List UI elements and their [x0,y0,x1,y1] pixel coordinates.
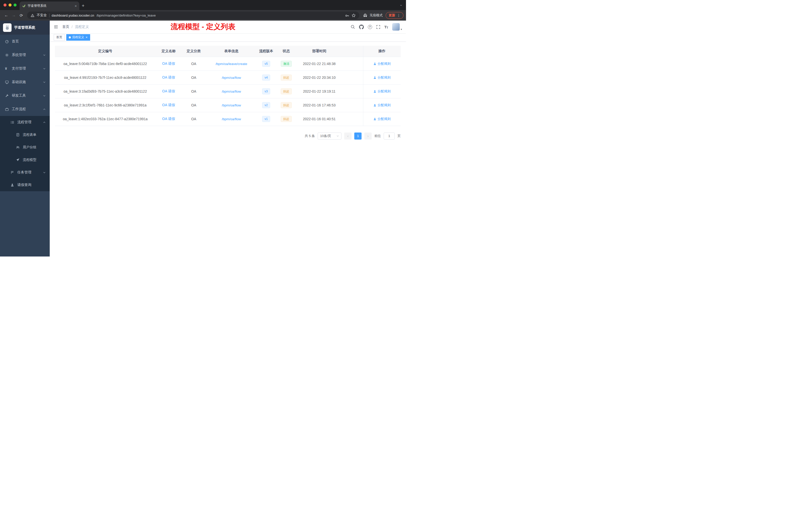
sidebar-item-process-management[interactable]: 流程管理 [0,116,50,128]
browser-tab-strip: 芋道管理系统 × + ⌄ [0,0,406,10]
font-size-icon[interactable]: TT [384,25,388,29]
tag-process-definition[interactable]: 流程定义 × [66,34,90,41]
breadcrumb-home[interactable]: 首页 [62,25,69,29]
bookmark-star-icon[interactable] [351,13,356,18]
definition-name-link[interactable]: OA 请假 [162,75,175,79]
col-header-time: 部署时间 [297,46,341,57]
definition-name-link[interactable]: OA 请假 [162,61,175,65]
cell-definition-id: oa_leave:1:482ec033-762a-11ec-8477-a2380… [55,112,155,126]
table-row: oa_leave:5:004b710b-7b8a-11ec-8ef0-acde4… [55,57,401,70]
new-tab-button[interactable]: + [79,1,87,10]
favicon-icon [22,4,26,7]
chevron-down-icon [43,94,46,97]
sidebar-item-infrastructure[interactable]: 基础设施 [0,75,50,89]
window-zoom-button[interactable] [13,3,17,6]
assign-rule-link[interactable]: 分配规则 [373,75,391,80]
version-badge: v3 [262,88,270,94]
user-avatar[interactable]: ▾ [392,23,402,31]
cell-definition-id: oa_leave:3:1fad3d93-7b75-11ec-a3c8-acde4… [55,84,155,98]
logo-avatar [3,23,11,32]
dashboard-icon [5,40,9,43]
version-badge: v5 [262,61,270,67]
forward-button[interactable]: → [10,11,18,19]
sidebar-logo[interactable]: 芋道管理系统 [0,21,50,35]
tag-home[interactable]: 首页 [54,34,65,41]
sidebar-item-label: 流程模型 [23,158,36,162]
col-header-spacer [341,46,363,57]
cell-category: OA [182,57,206,70]
assign-rule-link[interactable]: 分配规则 [373,89,391,94]
sidebar-item-user-group[interactable]: 用户分组 [0,141,50,154]
form-link[interactable]: /bpm/oa/flow [222,103,241,107]
cell-category: OA [182,98,206,112]
definition-name-link[interactable]: OA 请假 [162,89,175,93]
help-icon[interactable]: ? [368,25,372,29]
page-annotation: 流程模型 - 定义列表 [171,22,235,32]
sidebar-item-leave-query[interactable]: 请假查询 [0,179,50,191]
window-close-button[interactable] [3,3,6,6]
status-badge: 激活 [281,61,292,67]
person-icon [10,183,14,187]
chevron-down-icon [43,67,46,70]
password-key-icon[interactable] [345,13,349,18]
chevron-up-icon [43,108,46,111]
sidebar-item-dev-tools[interactable]: 研发工具 [0,89,50,102]
form-link[interactable]: /bpm/oa/flow [222,117,241,121]
sidebar-item-label: 请假查询 [17,183,31,187]
incognito-badge: 无痕模式 [363,13,383,18]
chrome-update-button[interactable]: 更新 ⋮ [386,12,404,19]
assign-rule-link[interactable]: 分配规则 [373,61,391,66]
form-link[interactable]: /bpm/oa/leave/create [215,62,247,66]
cell-category: OA [182,112,206,126]
status-badge: 挂起 [281,88,292,94]
reload-button[interactable]: ⟳ [18,11,25,19]
form-link[interactable]: /bpm/oa/flow [222,90,241,93]
tag-close-icon[interactable]: × [86,36,88,39]
tag-label: 首页 [56,35,62,39]
security-warning-icon [31,13,34,17]
sidebar-item-system[interactable]: 系统管理 [0,48,50,62]
tab-close-icon[interactable]: × [75,4,77,8]
definition-name-link[interactable]: OA 请假 [162,103,175,107]
back-button[interactable]: ← [2,11,10,19]
search-icon[interactable] [350,25,355,29]
sidebar-item-workflow[interactable]: 工作流程 [0,102,50,116]
sidebar-item-home[interactable]: 首页 [0,35,50,48]
page-size-value: 10条/页 [320,134,331,138]
assign-rule-link[interactable]: 分配规则 [373,103,391,108]
sidebar-item-label: 基础设施 [12,80,26,84]
window-minimize-button[interactable] [8,3,11,6]
action-label: 分配规则 [378,89,391,94]
sidebar-item-process-form[interactable]: 流程表单 [0,128,50,141]
prev-page-button[interactable]: ‹ [344,132,351,140]
active-dot [69,36,71,38]
document-icon [16,133,20,137]
page-number-button[interactable]: 1 [354,132,361,140]
page-size-select[interactable]: 10条/页 [318,132,342,140]
goto-page-input[interactable] [384,132,395,140]
assign-rule-link[interactable]: 分配规则 [373,117,391,121]
cell-deploy-time: 2022-01-22 20:34:10 [297,70,341,84]
action-label: 分配规则 [378,75,391,80]
github-icon[interactable] [359,25,364,29]
fullscreen-icon[interactable] [376,25,380,29]
tab-search-chevron-icon[interactable]: ⌄ [400,2,403,6]
next-page-button[interactable]: › [364,132,372,140]
sidebar-item-payment[interactable]: ¥ 支付管理 [0,62,50,75]
tag-label: 流程定义 [72,35,84,39]
col-header-category: 定义分类 [182,46,206,57]
definition-name-link[interactable]: OA 请假 [162,117,175,121]
version-badge: v4 [262,74,270,81]
avatar-caret-icon: ▾ [401,28,402,31]
browser-tab[interactable]: 芋道管理系统 × [20,1,79,10]
version-badge: v2 [262,102,270,108]
sidebar-item-task-management[interactable]: 任务管理 [0,166,50,179]
address-bar[interactable]: 不安全 dashboard.yudao.iocoder.cn/bpm/manag… [27,11,359,19]
cell-category: OA [182,84,206,98]
hamburger-icon[interactable] [50,25,62,29]
app-title: 芋道管理系统 [14,25,35,30]
browser-toolbar: ← → ⟳ 不安全 dashboard.yudao.iocoder.cn/bpm… [0,10,406,21]
form-link[interactable]: /bpm/oa/flow [222,76,241,80]
pagination-total: 共 5 条 [305,134,315,138]
sidebar-item-process-model[interactable]: 流程模型 [0,154,50,166]
